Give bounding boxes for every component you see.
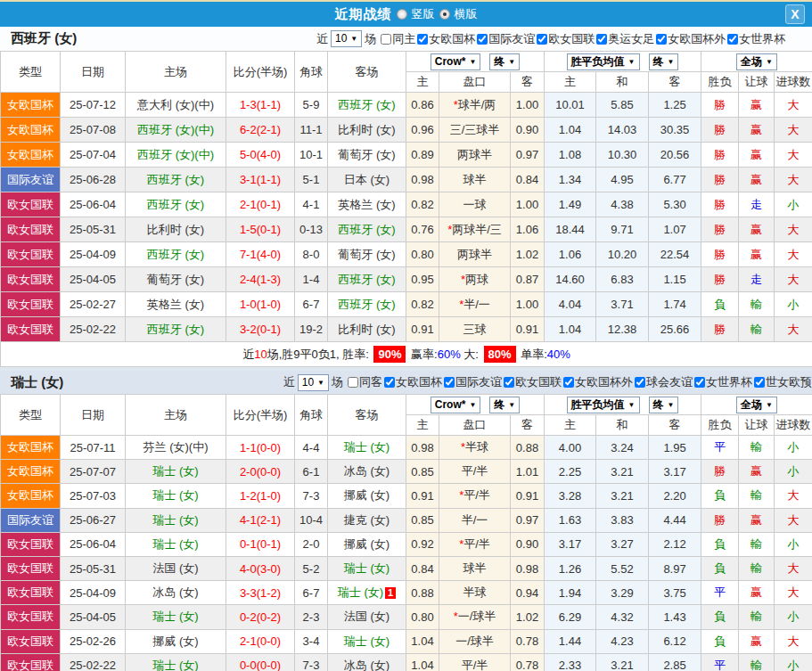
league-filter-checkbox[interactable]: 世女欧预 bbox=[754, 374, 812, 390]
draw-odds: 3.21 bbox=[596, 653, 649, 671]
odds-time-select[interactable]: 终▼ bbox=[649, 397, 679, 413]
draw-odds: 10.30 bbox=[596, 143, 649, 168]
result-handicap: 輸 bbox=[739, 436, 775, 460]
league-filter-checkbox-input[interactable] bbox=[384, 377, 395, 388]
league-filter-checkbox[interactable]: 欧女国联 bbox=[537, 31, 595, 47]
line-time-select[interactable]: 终▼ bbox=[489, 53, 520, 70]
league-filter-checkbox[interactable]: 球会友谊 bbox=[635, 374, 693, 390]
match-count-select[interactable]: 10▼ bbox=[331, 30, 362, 47]
league-filter-checkbox-input[interactable] bbox=[504, 377, 514, 388]
league-filter-checkbox[interactable]: 国际友谊 bbox=[444, 374, 502, 390]
horizontal-mode-radio[interactable] bbox=[439, 9, 450, 20]
match-date: 25-06-27 bbox=[61, 508, 126, 532]
table-row: 欧女国联25-04-05葡萄牙 (女)2-4(1-3)1-4西班牙 (女)0.9… bbox=[1, 267, 812, 292]
match-score: 5-0(4-0) bbox=[226, 143, 295, 168]
league-filter-checkbox[interactable]: 女世界杯 bbox=[694, 374, 752, 390]
sub-column-header: 让球 bbox=[739, 72, 775, 93]
league-filter-checkbox-input[interactable] bbox=[727, 34, 738, 45]
league-filter-checkbox-input[interactable] bbox=[754, 377, 765, 388]
result-goals: 小 bbox=[775, 192, 812, 217]
league-filter-checkbox-input[interactable] bbox=[635, 377, 645, 388]
league-filter-checkbox[interactable]: 女世界杯 bbox=[727, 31, 785, 47]
corner-count: 8-0 bbox=[295, 242, 328, 267]
match-count-select-value: 10 bbox=[302, 376, 314, 389]
away-team: 西班牙 (女) bbox=[328, 217, 406, 242]
league-filter-checkbox-input[interactable] bbox=[694, 377, 705, 388]
result-handicap: 赢 bbox=[739, 118, 775, 143]
chevron-down-icon: ▼ bbox=[469, 398, 476, 412]
close-button[interactable]: X bbox=[785, 4, 805, 24]
horizontal-mode-label[interactable]: 横版 bbox=[455, 6, 478, 22]
handicap-line: 一球 bbox=[439, 192, 511, 217]
vertical-mode-radio[interactable] bbox=[397, 9, 407, 20]
league-filter-checkbox[interactable]: 女欧国杯外 bbox=[563, 374, 633, 390]
league-filter-checkbox[interactable]: 欧女国联 bbox=[504, 374, 562, 390]
summary-segment: 80% bbox=[484, 346, 516, 363]
league-filter-checkbox-input[interactable] bbox=[537, 34, 547, 45]
odds-average-select[interactable]: 胜平负均值▼ bbox=[567, 397, 640, 413]
bookmaker-select-value: Crow* bbox=[435, 398, 466, 412]
same-venue-label: 同主 bbox=[392, 31, 415, 47]
handicap-away-odds: 1.02 bbox=[511, 605, 545, 629]
win-odds: 18.44 bbox=[545, 217, 596, 242]
league-filter-checkbox-input[interactable] bbox=[444, 377, 455, 388]
same-venue-checkbox-input[interactable] bbox=[348, 377, 358, 388]
result-goals: 大 bbox=[775, 484, 812, 508]
away-team: 西班牙 (女) bbox=[328, 267, 406, 292]
league-filter-checkbox[interactable]: 女欧国杯 bbox=[417, 31, 475, 47]
handicap-away-odds: 0.84 bbox=[511, 168, 545, 192]
scope-select[interactable]: 全场▼ bbox=[736, 397, 777, 413]
win-odds: 14.60 bbox=[545, 267, 596, 292]
sub-column-header: 主 bbox=[545, 72, 596, 93]
league-filter-checkbox[interactable]: 女欧国杯外 bbox=[656, 31, 726, 47]
bookmaker-select[interactable]: Crow*▼ bbox=[431, 397, 481, 413]
scope-select[interactable]: 全场▼ bbox=[736, 53, 777, 70]
match-count-select[interactable]: 10▼ bbox=[298, 374, 329, 391]
odds-average-select[interactable]: 胜平负均值▼ bbox=[567, 53, 640, 70]
sub-column-header: 让球 bbox=[739, 415, 775, 436]
odds-time-select[interactable]: 终▼ bbox=[649, 53, 679, 70]
league-filter-checkbox-input[interactable] bbox=[656, 34, 667, 45]
matches-table: 类型日期主场比分(半场)角球客场Crow*▼终▼胜平负均值▼终▼全场▼主盘口客主… bbox=[0, 51, 812, 367]
home-team: 西班牙 (女) bbox=[126, 192, 226, 217]
sub-column-header: 盘口 bbox=[439, 415, 511, 436]
league-filter-checkbox[interactable]: 奥运女足 bbox=[596, 31, 654, 47]
column-header: 日期 bbox=[61, 395, 126, 436]
win-odds: 10.01 bbox=[545, 93, 596, 118]
league-filter-checkbox-input[interactable] bbox=[477, 34, 488, 45]
league-filter-label: 女世界杯 bbox=[706, 374, 752, 390]
same-venue-checkbox-input[interactable] bbox=[381, 34, 391, 45]
odds-header-group: 胜平负均值▼终▼ bbox=[545, 395, 701, 415]
match-score: 2-1(0-0) bbox=[226, 629, 295, 653]
column-header: 角球 bbox=[295, 395, 328, 436]
handicap-home-odds: 0.85 bbox=[406, 460, 439, 484]
league-filter-checkbox-input[interactable] bbox=[563, 377, 574, 388]
league-filter-checkbox-input[interactable] bbox=[417, 34, 428, 45]
league-filter-checkbox[interactable]: 女欧国杯 bbox=[384, 374, 442, 390]
match-date: 25-04-05 bbox=[61, 605, 126, 629]
line-time-select[interactable]: 终▼ bbox=[489, 397, 520, 413]
draw-odds: 4.32 bbox=[596, 605, 649, 629]
column-header: 主场 bbox=[126, 52, 226, 93]
league-type-badge: 女欧国杯 bbox=[1, 143, 61, 168]
match-score: 3-2(0-1) bbox=[226, 317, 295, 342]
handicap-away-odds: 1.01 bbox=[511, 460, 545, 484]
vertical-mode-label[interactable]: 竖版 bbox=[412, 6, 435, 22]
handicap-line: 两球半 bbox=[439, 143, 511, 168]
chevron-down-icon: ▼ bbox=[508, 398, 515, 412]
same-venue-checkbox[interactable]: 同客 bbox=[348, 374, 382, 390]
league-filter-checkbox[interactable]: 国际友谊 bbox=[477, 31, 535, 47]
result-goals: 大 bbox=[775, 317, 812, 342]
handicap-line: *两球 bbox=[439, 267, 511, 292]
result-goals: 大 bbox=[775, 143, 812, 168]
table-row: 女欧国杯25-07-03瑞士 (女)1-2(1-0)7-3挪威 (女)0.91*… bbox=[1, 484, 812, 508]
table-row: 欧女国联25-06-04西班牙 (女)2-1(0-1)4-1英格兰 (女)0.8… bbox=[1, 192, 812, 217]
handicap-home-odds: 0.98 bbox=[406, 168, 439, 192]
bookmaker-select[interactable]: Crow*▼ bbox=[431, 53, 481, 70]
same-venue-checkbox[interactable]: 同主 bbox=[381, 31, 415, 47]
result-handicap: 輸 bbox=[739, 532, 775, 556]
team-section-title: 西班牙 (女) bbox=[11, 30, 216, 47]
league-filter-checkbox-input[interactable] bbox=[596, 34, 607, 45]
league-filter-label: 国际友谊 bbox=[488, 31, 535, 47]
summary-segment: 10 bbox=[254, 348, 267, 361]
